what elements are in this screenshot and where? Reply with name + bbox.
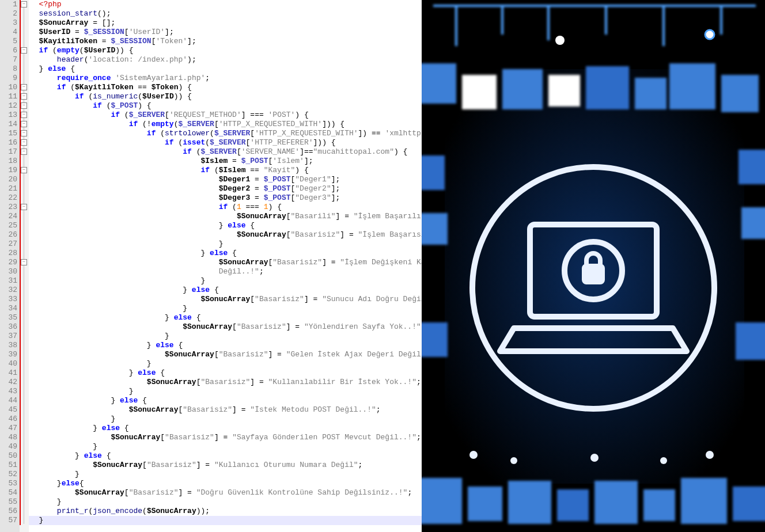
code-line[interactable]: }else{	[29, 479, 422, 488]
code-line[interactable]: } else {	[29, 249, 422, 258]
fold-marker[interactable]: −	[21, 121, 27, 127]
line-number: 23	[0, 203, 17, 212]
code-line[interactable]: }	[29, 359, 422, 368]
code-line[interactable]: $SonucArray = [];	[29, 18, 422, 28]
code-line[interactable]: } else {	[29, 286, 422, 295]
code-line[interactable]: }	[29, 332, 422, 341]
fold-marker[interactable]: −	[21, 102, 27, 109]
code-line[interactable]: $KayitliToken = $_SESSION['Token'];	[29, 37, 422, 46]
code-line[interactable]: if ($_SERVER['SERVER_NAME']=="mucahittop…	[29, 147, 422, 157]
fold-marker[interactable]: −	[21, 167, 27, 173]
line-number: 39	[0, 350, 17, 359]
line-number: 54	[0, 488, 17, 497]
code-line[interactable]: if ($KayitliToken == $Token) {	[29, 83, 422, 92]
code-line[interactable]: $UserID = $_SESSION['UserID'];	[29, 28, 422, 37]
code-line[interactable]: $Deger2 = $_POST["Deger2"];	[29, 184, 422, 193]
code-line[interactable]: }	[29, 415, 422, 424]
line-number: 3	[0, 18, 17, 28]
code-line[interactable]: print_r(json_encode($SonucArray));	[29, 507, 422, 516]
line-number: 15	[0, 129, 17, 138]
fold-marker[interactable]: −	[21, 84, 27, 90]
line-number: 10	[0, 83, 17, 92]
svg-rect-9	[635, 78, 666, 109]
fold-marker[interactable]: −	[21, 112, 27, 118]
line-number: 12	[0, 101, 17, 111]
code-line[interactable]: $SonucArray["Basarisiz"] = "Doğru Güvenl…	[29, 488, 422, 497]
fold-column[interactable]: −−−−−−−−−−−−−	[20, 0, 29, 532]
fold-marker[interactable]: −	[21, 139, 27, 146]
code-line[interactable]: } else {	[29, 368, 422, 378]
code-line[interactable]: }	[29, 442, 422, 451]
code-line[interactable]: }	[29, 470, 422, 479]
code-line[interactable]: session_start();	[29, 9, 422, 18]
code-line[interactable]: require_once 'SistemAyarlari.php';	[29, 74, 422, 83]
code-line[interactable]: if ($_SERVER['REQUEST_METHOD'] === 'POST…	[29, 111, 422, 120]
svg-point-34	[706, 451, 714, 459]
code-line[interactable]: $Islem = $_POST['Islem'];	[29, 157, 422, 166]
fold-marker[interactable]: −	[21, 47, 27, 54]
code-editor[interactable]: 1234567891011121314151617181920212223242…	[0, 0, 422, 532]
line-number: 16	[0, 138, 17, 147]
fold-marker[interactable]: −	[21, 130, 27, 136]
code-line[interactable]: }	[29, 276, 422, 286]
code-line[interactable]: } else {	[29, 451, 422, 461]
code-line[interactable]: $SonucArray["Basarisiz"] = "Sunucu Adı D…	[29, 295, 422, 304]
code-line[interactable]: $SonucArray["Basarisiz"] = "Yönlendiren …	[29, 322, 422, 332]
code-line[interactable]: } else {	[29, 424, 422, 433]
line-number: 36	[0, 322, 17, 332]
code-line[interactable]: } else {	[29, 313, 422, 322]
code-line[interactable]: } else {	[29, 64, 422, 74]
code-line[interactable]: <?php	[29, 0, 422, 9]
code-line[interactable]: if (strtolower($_SERVER['HTTP_X_REQUESTE…	[29, 129, 422, 138]
code-line[interactable]: $SonucArray["Basarisiz"] = "Gelen İstek …	[29, 350, 422, 359]
fold-marker[interactable]: −	[21, 93, 27, 100]
code-line[interactable]: } else {	[29, 221, 422, 230]
code-line[interactable]: }	[29, 304, 422, 313]
svg-rect-7	[548, 75, 580, 107]
code-line[interactable]: header('location: /index.php');	[29, 55, 422, 64]
code-line[interactable]: $SonucArray["Basarisiz"] = "İşlem Başarı…	[29, 230, 422, 240]
svg-point-33	[660, 457, 667, 464]
code-line[interactable]: $SonucArray["Basarisiz"] = "Kullanılabil…	[29, 378, 422, 387]
code-area[interactable]: <?php session_start(); $SonucArray = [];…	[29, 0, 422, 532]
fold-marker[interactable]: −	[21, 204, 27, 210]
fold-marker[interactable]: −	[21, 259, 27, 265]
code-line[interactable]: if ($_POST) {	[29, 101, 422, 111]
code-line[interactable]: Değil..!";	[29, 267, 422, 276]
svg-rect-23	[468, 487, 502, 521]
code-line[interactable]: if (1 === 1) {	[29, 203, 422, 212]
code-line[interactable]: $SonucArray["Basarisiz"] = "Kullanıcı Ot…	[29, 461, 422, 470]
code-line[interactable]: $SonucArray["Basarisiz"] = "Sayfaya Gönd…	[29, 433, 422, 442]
fold-marker[interactable]: −	[21, 149, 27, 155]
code-line[interactable]: }	[29, 240, 422, 249]
line-number: 44	[0, 396, 17, 405]
line-number: 9	[0, 74, 17, 83]
code-line[interactable]: if (empty($UserID)) {	[29, 46, 422, 55]
code-line[interactable]: $Deger1 = $_POST["Deger1"];	[29, 175, 422, 184]
code-line[interactable]: $SonucArray["Basarili"] = "İşlem Başarıl…	[29, 212, 422, 221]
code-line[interactable]: if ($Islem == "Kayit") {	[29, 166, 422, 175]
code-line[interactable]: } else {	[29, 341, 422, 350]
code-line[interactable]: } else {	[29, 396, 422, 405]
code-line[interactable]: }	[29, 387, 422, 396]
svg-rect-8	[586, 66, 629, 109]
code-line[interactable]: if (!empty($_SERVER['HTTP_X_REQUESTED_WI…	[29, 120, 422, 129]
line-number: 7	[0, 55, 17, 64]
svg-rect-27	[643, 489, 675, 521]
svg-point-30	[469, 451, 478, 459]
code-line[interactable]: $SonucArray["Basarisiz"] = "İşlem Değişk…	[29, 258, 422, 267]
code-line[interactable]: if (isset($_SERVER['HTTP_REFERER'])) {	[29, 138, 422, 147]
line-number: 57	[0, 516, 17, 525]
code-line[interactable]: $Deger3 = $_POST["Deger3"];	[29, 193, 422, 203]
line-number: 17	[0, 147, 17, 157]
line-number: 50	[0, 451, 17, 461]
fold-marker[interactable]: −	[21, 1, 27, 7]
code-line[interactable]: $SonucArray["Basarisiz"] = "İstek Metodu…	[29, 405, 422, 415]
code-line[interactable]: }	[29, 516, 422, 525]
line-number: 33	[0, 295, 17, 304]
code-line[interactable]: }	[29, 497, 422, 507]
line-number: 2	[0, 9, 17, 18]
line-number: 41	[0, 368, 17, 378]
code-line[interactable]: if (is_numeric($UserID)) {	[29, 92, 422, 101]
line-number: 49	[0, 442, 17, 451]
